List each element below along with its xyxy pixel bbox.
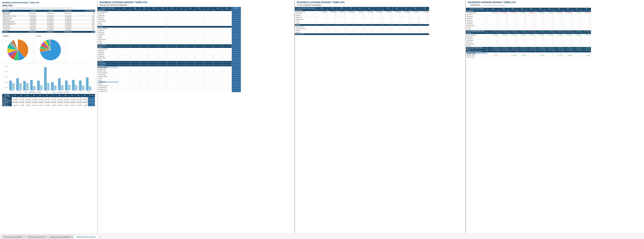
budget-sheet-subtitle: PROJECTED BUDGET EXPENSES: [98, 4, 294, 7]
variances-row: OTHER$ -$ -$ -$ -$ -$ -$ -$ -$ -$ -$ -: [466, 45, 591, 47]
summary-row: TOTAL ACTUAL EXPENSES$ 28,400.00$ 28,200…: [2, 100, 95, 103]
var-col-aug: AUG: [554, 8, 564, 10]
actual-pie-chart-box: ACTUAL 72% 4% 4%: [35, 34, 66, 62]
budget-col-mar: MAR: [140, 7, 149, 9]
var-col-jun: JUN: [536, 8, 545, 10]
budget-row: OTHER-------------: [98, 78, 241, 79]
actual-col-aug: AUG: [383, 7, 392, 9]
budget-col-jun: JUN: [167, 7, 176, 9]
variances-note: All calculations performed automatically…: [484, 5, 504, 6]
budget-col-apr: APR: [149, 7, 158, 9]
variances-row: BONUS PAY$ -$ -$ -$ -$ -$ -$ -$ -$ -$ -$…: [466, 14, 591, 16]
variances-row: CONSULT FEES$ -$ -$ -$ -$ -$ -$ -$ -$ -$…: [466, 56, 591, 58]
charts-row: BUDGET 7% 7% 38% 11% 7% ACTUAL: [2, 34, 95, 62]
svg-text:72%: 72%: [48, 44, 50, 46]
actual-sheet-subtitle: ACTUAL BUDGET EXPENSES: [295, 4, 466, 7]
variances-sheet-title: BUSINESS EXPENSE BUDGET TEMPLATE: [466, 0, 644, 4]
budget-row: OTHER-------------: [98, 41, 241, 42]
budget-row: RECRUITMENT-------------: [98, 57, 241, 59]
actual-col-employment: ACTUAL EXPENSES - EMPLOYMENT: [295, 7, 316, 9]
svg-rect-37: [54, 86, 56, 90]
summary-header-apr: APR: [31, 94, 37, 97]
budget-row: EXPENSES - G...-------------: [98, 64, 241, 66]
budget-row: TOTAL CA...-------------: [98, 61, 241, 63]
budget-sheet-title: BUSINESS EXPENSE BUDGET TEMPLATE: [98, 0, 294, 4]
svg-rect-36: [51, 82, 54, 90]
actual-row: CONSULT FEES$ -$ -$ -$ -$ -$ -$ -$ -$ -$…: [295, 26, 429, 28]
tab-variances[interactable]: Business Expense VARIANCES: [48, 235, 74, 239]
budget-sheet-grid[interactable]: EXPENSES - EMPLOYMENT JAN FEB MAR APR MA…: [98, 7, 294, 234]
actual-sheet-grid[interactable]: ACTUAL EXPENSES - EMPLOYMENT JAN FEB MAR…: [295, 7, 466, 234]
svg-text:11%: 11%: [25, 52, 27, 54]
add-tab-button[interactable]: +: [99, 235, 102, 239]
budget-row: BANKING FEES-------------: [98, 68, 241, 70]
actual-col-mar: MAR: [337, 7, 346, 9]
summary-header-expense-overview: EXPENSE OVERVIEW: [2, 94, 12, 97]
svg-text:OCT: OCT: [74, 91, 76, 92]
budget-row: OTHER-------------: [98, 59, 241, 61]
summary-header-yr-total: YR TOTAL: [88, 94, 95, 97]
variances-row: INSURANCE$ -$ -$ -$ -$ -$ -$ -$ -$ -$ -$…: [466, 21, 591, 23]
bar-chart-container: $60,000 $50,000 $40,000 $30,000 $10,000 …: [2, 64, 94, 92]
actual-row: RECRUITMENT$ -$ -$ -$ -$ -$ -$ -$ -$ -$ …: [295, 18, 429, 20]
variances-row: INSURANCE$ -$ -$ -$ -$ -$ -$ -$ -$ -$ -$…: [466, 40, 591, 42]
budget-row: TOTAL EXPEN...-------------: [98, 63, 241, 64]
svg-rect-30: [37, 80, 40, 90]
budget-row: BUSINESS INSUR...-------------: [98, 76, 241, 78]
summary-header-dec: DEC: [82, 94, 88, 97]
svg-text:DEC: DEC: [88, 91, 90, 92]
svg-rect-43: [68, 85, 70, 90]
budget-col-sept: SEPT: [195, 7, 204, 9]
tab-budget[interactable]: Business Expense BUDGET: [1, 235, 25, 239]
budget-row: TRANSPORTATION-------------: [98, 85, 241, 87]
budget-col-aug: AUG: [186, 7, 195, 9]
budget-col-employment: EXPENSES - EMPLOYMENT: [98, 7, 118, 9]
summary-row: TOTAL VARIANCES$ 3,900.00$ 19,400.00$ 8,…: [2, 103, 95, 106]
summary-header-jul: JUL: [50, 94, 56, 97]
tabs-bar: Business Expense BUDGET Business Expense…: [0, 234, 644, 239]
left-app-title: BUSINESS EXPENSE BUDGET TEMPLATE: [2, 2, 95, 4]
actual-col-jul: JUL: [374, 7, 383, 9]
var-col-may: MAY: [526, 8, 536, 10]
budget-row: OTHER-------------: [98, 42, 241, 44]
var-col-feb: FEB: [499, 8, 508, 10]
actual-row: BENEFITS$ -$ -$ -$ -$ -$ -$ -$ -$ -$ -$ …: [295, 15, 429, 17]
analysis-subtitle: All calculations are performed automatic…: [2, 7, 95, 9]
variances-row: TOTAL$ (2,800.00)$ (7,900.00)$ (5,300.00…: [466, 49, 591, 51]
actual-col-nov: NOV: [411, 7, 420, 9]
budget-row: BONUS PAY-------------: [98, 50, 241, 52]
summary-header-may: MAY: [37, 94, 44, 97]
variances-row: TOTAL CASUAL EMPLOYMENT$ 4,200.00$ 3,100…: [466, 47, 591, 49]
svg-text:TOTAL ACTUAL EXPENSES: TOTAL ACTUAL EXPENSES: [55, 92, 69, 93]
summary-row: TOTAL EXPENSES$ 38,300.00$ 47,800.00$ 36…: [2, 97, 95, 100]
budget-pie-svg: 7% 7% 38% 11% 7%: [3, 38, 32, 61]
panel-variances: BUSINESS EXPENSE BUDGET TEMPLATE VARIANC…: [466, 0, 644, 234]
actual-row: ACTUAL EXPEN...$ -$ -$ -$ -$ -$ -$ -$ -$…: [295, 33, 429, 35]
budget-row: PERMANENT-------------: [98, 9, 241, 11]
col-variances: VARIANCES: [54, 10, 72, 12]
variances-row: BANKING FEES$ 700.00$ -$ 7,700.00$ 450.0…: [466, 54, 591, 56]
actual-row: OTHER$ -$ -$ -$ -$ -$ -$ -$ -$ -$ -$ -$ …: [295, 32, 429, 33]
budget-row: INCREASES-------------: [98, 15, 241, 17]
tab-actual[interactable]: Business Expense Actual: [26, 235, 47, 239]
budget-col-oct: OCT: [204, 7, 213, 9]
budget-pie-chart-box: BUDGET 7% 7% 38% 11% 7%: [2, 34, 34, 62]
variances-sheet-grid[interactable]: VARIANCES - EMPLOYMENT JAN FEB MAR APR M…: [466, 8, 644, 234]
budget-row: INCREASES-------------: [98, 32, 241, 33]
svg-rect-45: [72, 80, 75, 90]
budget-col-nov: NOV: [213, 7, 222, 9]
main-container: BUSINESS EXPENSE BUDGET TEMPLATE ANALYSI…: [0, 0, 644, 239]
tab-analysis[interactable]: Business Expense Analysis: [74, 235, 98, 239]
budget-row: BENEFITS-------------: [98, 54, 241, 56]
var-col-jan: JAN: [487, 8, 499, 10]
actual-row: OTHER$ -$ -$ -$ -$ -$ -$ -$ -$ -$ -$ -$ …: [295, 22, 429, 24]
svg-text:JAN: JAN: [11, 91, 13, 92]
bar-chart-svg: $60,000 $50,000 $40,000 $30,000 $10,000 …: [3, 65, 96, 94]
summary-header-sept: SEPT: [63, 94, 69, 97]
budget-row: OPERATIONS-------------: [98, 81, 241, 83]
col-budget: BUDGET: [19, 10, 37, 12]
svg-text:$60,000: $60,000: [4, 66, 8, 67]
svg-rect-28: [33, 86, 36, 90]
svg-rect-24: [23, 81, 26, 90]
actual-row: BONUS PAY$ -$ -$ -$ -$ -$ -$ -$ -$ -$ -$…: [295, 13, 429, 15]
